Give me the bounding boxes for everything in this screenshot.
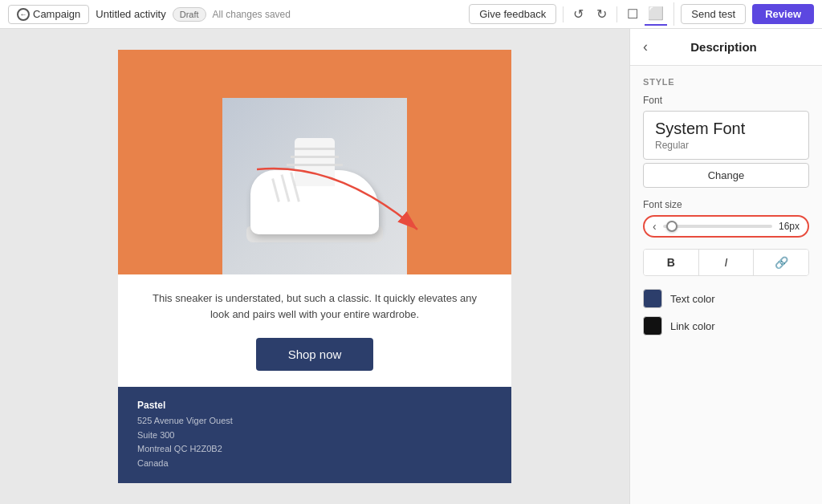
saved-text: All changes saved <box>213 9 291 20</box>
text-color-label: Text color <box>670 293 715 305</box>
footer-address-line1: 525 Avenue Viger Ouest <box>137 414 492 429</box>
activity-name: Untitled activity <box>96 8 165 20</box>
email-image-section <box>118 98 511 274</box>
sidebar: ‹ Description STYLE Font System Font Reg… <box>629 29 822 504</box>
campaign-button[interactable]: ← Campaign <box>8 5 89 24</box>
shoe-body <box>250 170 379 234</box>
send-test-button[interactable]: Send test <box>681 4 746 24</box>
footer-address-line3: Montreal QC H2Z0B2 <box>137 442 492 457</box>
text-color-swatch[interactable] <box>643 289 662 308</box>
link-color-label: Link color <box>670 320 715 332</box>
email-orange-right <box>407 98 511 274</box>
shoe-visual <box>242 122 387 250</box>
sidebar-title: Description <box>654 40 809 54</box>
email-orange-left <box>118 98 222 274</box>
desktop-view-button[interactable]: ⬜ <box>645 2 667 26</box>
font-size-slider-thumb[interactable] <box>666 221 678 232</box>
font-size-slider[interactable] <box>663 225 772 228</box>
font-name: System Font <box>655 120 797 138</box>
shop-now-button[interactable]: Shop now <box>256 338 374 371</box>
shoe-tongue <box>295 138 335 186</box>
italic-button[interactable]: I <box>699 250 755 275</box>
font-field-label: Font <box>643 95 809 106</box>
divider2 <box>616 6 617 22</box>
format-row: B I 🔗 <box>643 249 809 276</box>
font-size-row: ‹ 16px <box>643 215 809 238</box>
font-weight: Regular <box>655 140 797 151</box>
sidebar-body: STYLE Font System Font Regular Change Fo… <box>630 66 822 504</box>
text-color-row: Text color <box>643 289 809 308</box>
link-button[interactable]: 🔗 <box>754 250 808 275</box>
email-preview: This sneaker is understated, but such a … <box>118 50 511 484</box>
email-orange-top <box>118 50 511 98</box>
mobile-view-button[interactable]: ☐ <box>624 2 641 26</box>
draft-badge: Draft <box>173 7 206 22</box>
font-size-label: Font size <box>643 199 809 210</box>
main-content: This sneaker is understated, but such a … <box>0 29 822 504</box>
shoe-stripe2 <box>281 174 291 202</box>
style-section-label: STYLE <box>643 77 809 87</box>
shoe-lace1 <box>287 164 343 166</box>
shoe-stripe1 <box>271 178 280 202</box>
sidebar-header: ‹ Description <box>630 29 822 66</box>
topbar: ← Campaign Untitled activity Draft All c… <box>0 0 822 29</box>
footer-address: 525 Avenue Viger Ouest Suite 300 Montrea… <box>137 414 492 470</box>
give-feedback-button[interactable]: Give feedback <box>469 4 556 24</box>
font-size-value: 16px <box>779 221 800 232</box>
footer-address-line2: Suite 300 <box>137 429 492 443</box>
footer-address-line4: Canada <box>137 457 492 471</box>
review-button[interactable]: Review <box>752 4 814 24</box>
campaign-icon: ← <box>17 8 30 21</box>
device-icons: ☐ ⬜ <box>624 2 674 26</box>
bold-button[interactable]: B <box>644 250 699 275</box>
change-font-button[interactable]: Change <box>643 163 809 188</box>
divider <box>563 6 564 22</box>
email-description: This sneaker is understated, but such a … <box>142 291 487 324</box>
link-color-swatch[interactable] <box>643 316 662 335</box>
link-color-row: Link color <box>643 316 809 335</box>
shoe-lace2 <box>291 156 339 158</box>
undo-button[interactable]: ↺ <box>570 3 587 25</box>
shoe-lace3 <box>295 148 335 150</box>
email-footer: Pastel 525 Avenue Viger Ouest Suite 300 … <box>118 387 511 483</box>
back-button[interactable]: ‹ <box>643 39 648 55</box>
size-decrease-arrow[interactable]: ‹ <box>653 220 657 233</box>
font-box: System Font Regular <box>643 111 809 160</box>
email-white-section: This sneaker is understated, but such a … <box>118 274 511 388</box>
redo-button[interactable]: ↻ <box>593 3 610 25</box>
shoe-image <box>222 98 407 274</box>
campaign-label: Campaign <box>33 8 80 20</box>
footer-company: Pastel <box>137 400 492 411</box>
canvas-area: This sneaker is understated, but such a … <box>0 29 629 504</box>
